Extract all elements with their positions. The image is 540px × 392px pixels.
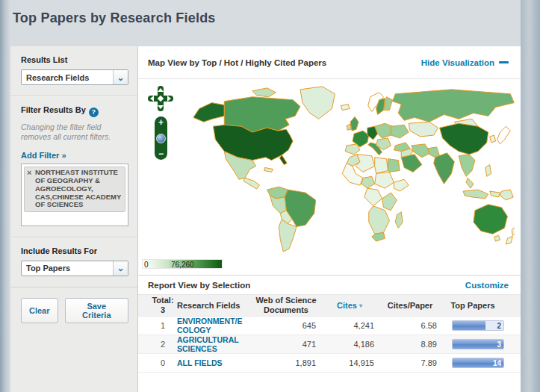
- top-papers-bar: 14: [452, 358, 504, 368]
- row-docs: 1,891: [252, 358, 320, 367]
- active-filters-listbox[interactable]: × NORTHEAST INSTITUTE OF GEOGRAPHY & AGR…: [21, 164, 128, 226]
- country-tasmania: [494, 235, 500, 241]
- zoom-in-icon[interactable]: +: [158, 118, 164, 127]
- zoom-out-icon[interactable]: −: [158, 149, 164, 158]
- country-spain: [345, 144, 360, 155]
- country-greenland: [300, 87, 335, 119]
- country-usa-florida: [279, 155, 287, 165]
- field-link[interactable]: ENVIRONMENT/ECOLOGY: [177, 317, 247, 335]
- top-papers-value: 3: [497, 340, 501, 349]
- remove-filter-icon[interactable]: ×: [27, 168, 31, 178]
- chevron-down-icon: ⌄: [113, 70, 128, 84]
- country-australia: [474, 205, 507, 234]
- top-papers-value: 2: [497, 322, 501, 330]
- cites-sort-link[interactable]: Cites ▾: [337, 301, 362, 310]
- country-uk: [350, 116, 359, 131]
- country-alaska: [193, 103, 224, 122]
- minus-icon: [499, 61, 509, 63]
- filter-chip[interactable]: × NORTHEAST INSTITUTE OF GEOGRAPHY & AGR…: [24, 167, 125, 213]
- include-results-section: Include Results For Top Papers ⌄: [10, 237, 137, 287]
- country-libya: [375, 158, 388, 174]
- map-color-legend: 0 76,260: [142, 259, 223, 269]
- country-philippines: [485, 165, 491, 177]
- page-edge-right: [521, 0, 540, 392]
- row-cites: 4,241: [320, 321, 379, 330]
- save-criteria-button[interactable]: Save Criteria: [65, 298, 128, 323]
- region-central-america: [243, 178, 260, 189]
- country-ukraine: [391, 125, 409, 138]
- results-list-dropdown[interactable]: Research Fields ⌄: [21, 69, 128, 85]
- map-controls: + −: [147, 85, 176, 160]
- country-south-africa: [372, 232, 385, 241]
- country-cuba: [264, 167, 273, 172]
- country-new-zealand-north: [512, 226, 515, 235]
- page-edge-left: [0, 0, 10, 392]
- filter-chip-label: NORTHEAST INSTITUTE OF GEOGRAPHY & AGROE…: [35, 168, 121, 209]
- country-ireland: [347, 124, 351, 130]
- include-results-label: Include Results For: [21, 246, 128, 255]
- region-southern-africa: [369, 206, 390, 234]
- total-count: 3: [149, 305, 177, 315]
- country-madagascar: [395, 212, 403, 228]
- row-cites: 4,186: [320, 340, 379, 349]
- report-table: Total: 3 Research Fields Web of Science …: [138, 294, 521, 373]
- col-cites: Cites ▾: [320, 301, 379, 310]
- chevron-down-icon: ⌄: [113, 261, 128, 276]
- region-east-africa: [382, 193, 397, 211]
- add-filter-link[interactable]: Add Filter »: [21, 151, 66, 160]
- help-icon[interactable]: ?: [89, 108, 99, 117]
- hide-visualization-link[interactable]: Hide Visualization: [421, 58, 509, 67]
- country-indonesia: [463, 190, 488, 199]
- top-papers-value: 14: [493, 359, 501, 367]
- page-title: Top Papers by Research Fields: [13, 10, 216, 26]
- top-papers-bar-fill: [453, 321, 485, 330]
- customize-link[interactable]: Customize: [465, 281, 509, 290]
- content-layout: Results List Research Fields ⌄ Filter Re…: [10, 46, 521, 392]
- map-title: Map View by Top / Hot / Highly Cited Pap…: [148, 58, 326, 67]
- results-list-label: Results List: [21, 55, 128, 64]
- filters-sidebar: Results List Research Fields ⌄ Filter Re…: [10, 46, 138, 392]
- country-pakistan: [428, 147, 440, 158]
- include-results-selected: Top Papers: [22, 264, 113, 273]
- row-docs: 645: [252, 321, 320, 330]
- country-new-guinea: [500, 190, 514, 200]
- row-rank: 1: [149, 321, 177, 330]
- country-new-zealand-south: [506, 236, 512, 244]
- top-papers-bar: 3: [452, 339, 504, 349]
- include-results-dropdown[interactable]: Top Papers ⌄: [21, 261, 128, 276]
- col-total: Total: 3: [149, 296, 177, 314]
- col-cites-per-paper: Cites/Paper: [379, 301, 441, 310]
- results-list-selected: Research Fields: [22, 73, 113, 82]
- country-india: [434, 153, 455, 184]
- col-wos-documents: Web of Science Documents: [252, 296, 320, 314]
- country-malaysia: [466, 178, 474, 188]
- globe-icon[interactable]: [156, 134, 166, 143]
- country-china: [440, 123, 488, 154]
- sort-caret-icon: ▾: [359, 302, 362, 309]
- country-peru: [270, 196, 287, 214]
- report-title: Report View by Selection: [148, 281, 250, 290]
- filter-note: Changing the filter field removes all cu…: [21, 122, 128, 142]
- row-cites-per-paper: 8.89: [379, 340, 441, 349]
- world-map-choropleth[interactable]: [141, 81, 515, 254]
- top-papers-bar-fill: [453, 340, 503, 349]
- country-poland: [375, 123, 393, 138]
- map-pan-control[interactable]: [147, 85, 174, 112]
- region-horn-of-africa: [394, 179, 409, 191]
- sidebar-buttons: Clear Save Criteria: [10, 287, 137, 332]
- country-saudi-arabia: [401, 155, 422, 172]
- clear-button[interactable]: Clear: [21, 298, 58, 323]
- field-link[interactable]: ALL FIELDS: [177, 358, 222, 367]
- col-top-papers: Top Papers: [441, 301, 507, 310]
- table-row: 2 AGRICULTURAL SCIENCES 471 4,186 8.89 3: [138, 335, 521, 354]
- field-link[interactable]: AGRICULTURAL SCIENCES: [177, 335, 247, 353]
- country-indonesia-east: [490, 191, 500, 197]
- country-nigeria: [361, 176, 375, 188]
- country-argentina-chile: [279, 220, 297, 252]
- table-row: 1 ENVIRONMENT/ECOLOGY 645 4,241 6.58 2: [138, 317, 521, 335]
- country-japan: [497, 126, 511, 144]
- row-docs: 471: [252, 340, 320, 349]
- region-central-asia: [409, 122, 438, 137]
- country-algeria: [356, 155, 375, 172]
- map-zoom-slider[interactable]: + −: [155, 116, 167, 160]
